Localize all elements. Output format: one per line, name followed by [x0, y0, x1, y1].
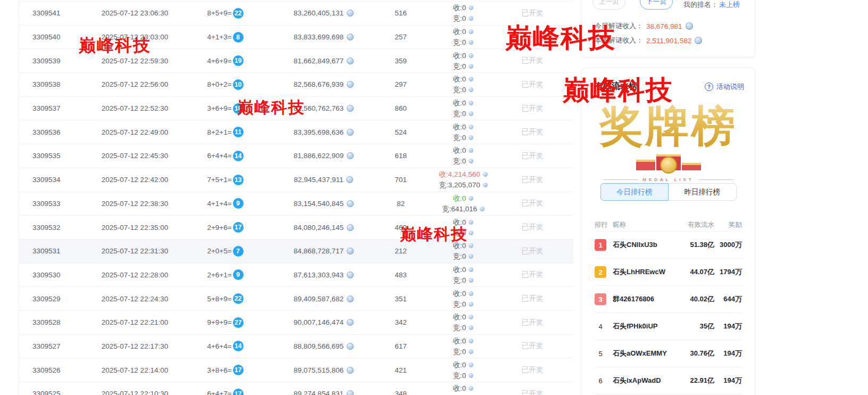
draw-results-table: 3309541 2025-07-12 23:06:30 8+5+9= 22 83…	[19, 1, 573, 395]
player-count: 421	[378, 366, 423, 374]
income-cell: 收:0 竞:0	[423, 51, 503, 71]
coin-icon	[347, 319, 354, 326]
rank-cell: 6	[595, 375, 613, 386]
rank-badge: 5	[595, 348, 606, 359]
coin-dot-icon	[469, 16, 473, 21]
jing-line: 竞:0	[423, 276, 503, 285]
rank-badge: 1	[595, 239, 606, 251]
draw-id: 3309530	[19, 271, 88, 279]
jing-value: 竞:0	[453, 323, 466, 332]
coin-icon	[347, 248, 354, 254]
activity-help-label[interactable]: 活动说明	[716, 82, 744, 92]
result-expression: 2+9+6=	[207, 224, 231, 232]
draw-result: 6+4+4= 14	[181, 151, 269, 161]
result-sum-badge: 22	[233, 8, 244, 19]
pool-amount: 83,260,405,131	[269, 9, 378, 17]
tab-yesterday-ranking[interactable]: 昨日排行榜	[669, 183, 737, 201]
result-expression: 6+4+4=	[207, 152, 231, 160]
player-count: 342	[378, 318, 423, 326]
income-cell: 收:0 竞:0	[423, 265, 503, 285]
draw-result: 5+8+9= 22	[181, 293, 269, 304]
coin-dot-icon	[469, 29, 473, 34]
result-sum-badge: 22	[233, 293, 244, 304]
result-sum-badge: 11	[233, 127, 244, 137]
player-count: 297	[378, 80, 423, 88]
flow-value: 40.02亿	[669, 294, 714, 304]
gold-rule-right	[698, 179, 733, 180]
nickname: 石头CNlIxU3b	[613, 240, 669, 250]
reward-value: 3000万	[714, 240, 742, 250]
list-item: 1 石头CNlIxU3b 51.38亿 3000万	[595, 232, 742, 259]
coin-dot-icon	[469, 159, 473, 163]
leaderboard-list: 1 石头CNlIxU3b 51.38亿 3000万 2 石头LhHREwcW 4…	[595, 231, 742, 394]
coin-icon	[347, 295, 354, 302]
jing-line: 竞:0	[423, 14, 503, 23]
shou-line: 收:0	[423, 51, 503, 60]
prev-page-button[interactable]: 上一页	[592, 0, 625, 10]
result-sum-badge: 27	[233, 317, 244, 328]
coin-dot-icon	[469, 315, 473, 319]
draw-id: 3309541	[19, 9, 88, 17]
player-count: 212	[378, 247, 423, 255]
shou-value: 收:0	[453, 122, 466, 131]
draw-id: 3309532	[19, 224, 88, 232]
player-count: 82	[378, 200, 423, 208]
shou-line: 收:0	[423, 98, 503, 108]
nickname: 群426176806	[613, 294, 669, 304]
player-count: 348	[378, 390, 423, 395]
result-sum-badge: 13	[233, 175, 244, 185]
coin-dot-icon	[483, 172, 488, 177]
activity-help[interactable]: ? 活动说明	[705, 82, 744, 92]
draw-time: 2025-07-12 22:31:30	[88, 247, 181, 255]
jing-value: 竞:3,205,070	[439, 180, 480, 190]
amount-value: 82,568,676,939	[294, 80, 344, 88]
pool-amount: 89,409,587,682	[269, 295, 378, 303]
shou-line: 收:0	[423, 27, 503, 36]
draw-status: 已开奖	[503, 127, 562, 137]
coin-dot-icon	[469, 125, 473, 129]
income-cell: 收:0 竞:0	[423, 312, 503, 332]
rank-badge: 2	[595, 266, 606, 278]
draw-id: 3309529	[19, 295, 88, 303]
shou-value: 收:0	[453, 384, 466, 393]
jing-value: 竞:0	[453, 62, 466, 71]
coin-icon	[347, 34, 354, 40]
income-cell: 收:0 竞:0	[423, 98, 503, 118]
draw-time: 2025-07-12 22:52:30	[88, 104, 181, 112]
my-rank: 我的排名： 未上榜	[683, 1, 740, 9]
table-row: 3309541 2025-07-12 23:06:30 8+5+9= 22 83…	[19, 2, 573, 26]
player-count: 257	[378, 33, 423, 41]
shou-line: 收:0	[423, 3, 503, 12]
coin-icon	[695, 37, 702, 44]
coin-icon	[347, 367, 354, 374]
amount-value: 83,833,699,698	[294, 33, 344, 41]
coin-icon	[347, 81, 354, 88]
amount-value: 84,080,246,145	[294, 224, 344, 232]
shou-value: 收:0	[453, 194, 466, 203]
col-nickname: 昵称	[613, 220, 669, 229]
shou-value: 收:0	[453, 360, 466, 369]
result-sum-badge: 9	[233, 198, 244, 209]
coin-icon	[347, 200, 354, 207]
draw-status: 已开奖	[503, 294, 562, 303]
coin-dot-icon	[469, 220, 473, 225]
coin-dot-icon	[483, 183, 488, 187]
podium-step-left	[636, 160, 655, 170]
draw-id: 3309536	[19, 128, 88, 136]
amount-value: 81,662,849,677	[294, 57, 344, 65]
draw-status: 已开奖	[503, 270, 562, 279]
week-income-value: 2,511,901,582	[646, 37, 691, 45]
pool-amount: 88,809,566,695	[269, 342, 378, 350]
jing-value: 竞:0	[453, 85, 466, 94]
result-sum-badge: 17	[233, 365, 244, 375]
player-count: 524	[378, 128, 423, 136]
question-icon[interactable]: ?	[705, 83, 713, 91]
next-page-button[interactable]: 下一页	[640, 0, 673, 10]
result-expression: 8+5+9=	[207, 9, 231, 17]
draw-id: 3309533	[19, 200, 88, 208]
tab-today-ranking[interactable]: 今日排行榜	[600, 183, 669, 201]
draw-result: 8+5+9= 22	[181, 8, 269, 19]
rank-cell: 5	[595, 348, 613, 359]
coin-dot-icon	[469, 267, 473, 272]
coin-icon	[347, 224, 354, 231]
